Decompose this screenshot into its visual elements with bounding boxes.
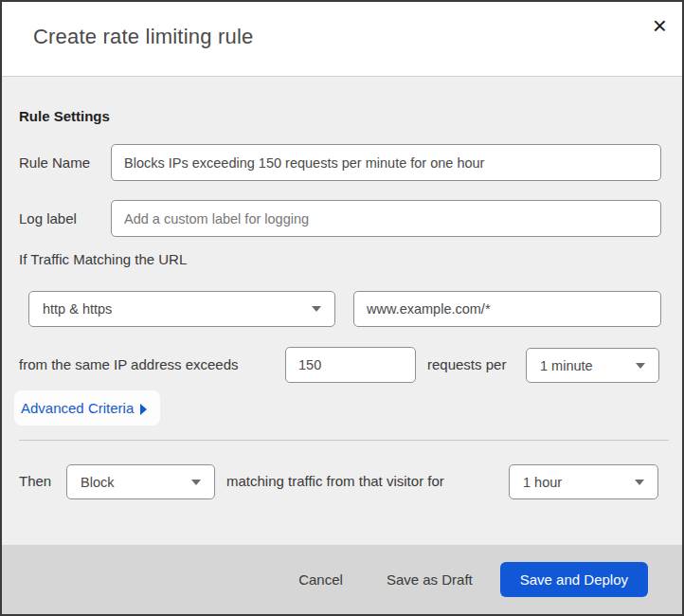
chevron-down-icon — [635, 480, 644, 485]
action-text-before: Then — [19, 473, 51, 489]
threshold-text-between: requests per — [427, 356, 506, 372]
url-pattern-input[interactable] — [353, 291, 661, 327]
cancel-button[interactable]: Cancel — [298, 571, 343, 588]
modal-title: Create rate limiting rule — [33, 25, 253, 49]
arrow-right-icon — [140, 404, 147, 415]
action-text-between: matching traffic from that visitor for — [226, 473, 444, 489]
modal-footer: Cancel Save as Draft Save and Deploy — [2, 545, 682, 614]
rule-name-label: Rule Name — [19, 154, 90, 171]
duration-select-value: 1 hour — [523, 475, 562, 490]
action-select-value: Block — [81, 475, 114, 490]
protocol-select-value: http & https — [43, 301, 112, 317]
chevron-down-icon — [312, 306, 321, 312]
action-select[interactable]: Block — [66, 464, 215, 499]
duration-select[interactable]: 1 hour — [509, 464, 658, 499]
create-rate-limiting-rule-modal: Create rate limiting rule × Rule Setting… — [0, 0, 684, 616]
chevron-down-icon — [191, 480, 201, 485]
save-as-draft-button[interactable]: Save as Draft — [387, 571, 473, 588]
log-label-label: Log label — [19, 210, 77, 226]
requests-count-input[interactable] — [285, 347, 416, 383]
period-select[interactable]: 1 minute — [526, 348, 659, 383]
protocol-select[interactable]: http & https — [28, 291, 335, 327]
rule-name-input[interactable] — [111, 144, 661, 181]
advanced-criteria-link[interactable]: Advanced Criteria — [14, 390, 160, 426]
advanced-criteria-label: Advanced Criteria — [21, 400, 134, 416]
modal-header: Create rate limiting rule × — [2, 2, 682, 77]
close-icon[interactable]: × — [653, 13, 667, 38]
log-label-input[interactable] — [111, 200, 661, 237]
period-select-value: 1 minute — [540, 358, 593, 373]
threshold-text-before: from the same IP address exceeds — [19, 356, 239, 372]
rule-settings-heading: Rule Settings — [19, 108, 110, 124]
save-and-deploy-button[interactable]: Save and Deploy — [500, 562, 648, 597]
chevron-down-icon — [636, 363, 645, 369]
section-divider — [19, 440, 669, 441]
traffic-matching-heading: If Traffic Matching the URL — [19, 251, 187, 267]
